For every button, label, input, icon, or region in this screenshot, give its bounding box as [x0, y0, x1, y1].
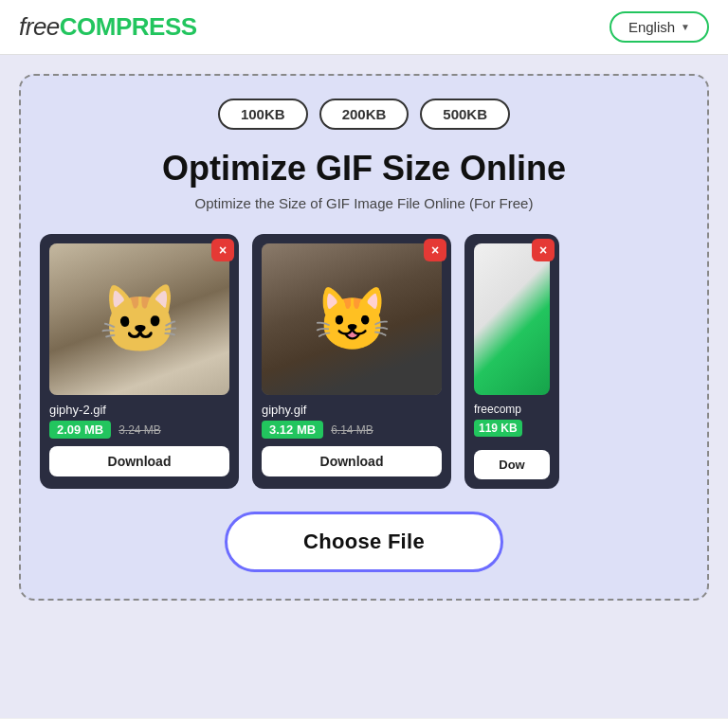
new-size-badge-3: 119 KB — [474, 420, 522, 437]
logo: freeCOMPRESS — [19, 12, 197, 42]
close-button-2[interactable]: × — [424, 239, 446, 261]
close-button-1[interactable]: × — [211, 239, 234, 261]
cat-image-2 — [262, 243, 442, 395]
old-size-2: 6.14 MB — [331, 423, 373, 437]
gif-preview-3 — [474, 243, 550, 395]
pill-200kb[interactable]: 200KB — [319, 99, 410, 130]
gif-card-3-partial: × freecomp 119 KB Dow — [464, 234, 559, 489]
pill-500kb[interactable]: 500KB — [420, 99, 510, 130]
filename-2: giphy.gif — [262, 403, 442, 417]
close-button-3[interactable]: × — [532, 239, 555, 261]
choose-file-section: Choose File — [40, 512, 688, 572]
download-button-2[interactable]: Download — [262, 446, 442, 476]
upload-area: 100KB 200KB 500KB Optimize GIF Size Onli… — [19, 74, 709, 601]
download-button-1[interactable]: Download — [49, 446, 229, 476]
page-title: Optimize GIF Size Online — [40, 149, 688, 188]
size-pills-row: 100KB 200KB 500KB — [40, 99, 688, 130]
file-sizes-1: 2.09 MB 3.24 MB — [49, 421, 229, 439]
language-selector[interactable]: English ▼ — [610, 11, 709, 43]
logo-free-text: free — [19, 12, 60, 41]
logo-compress-text: COMPRESS — [60, 12, 197, 41]
file-sizes-2: 3.12 MB 6.14 MB — [262, 421, 442, 439]
main-content: 100KB 200KB 500KB Optimize GIF Size Onli… — [0, 55, 728, 718]
gif-card-2: × giphy.gif 3.12 MB 6.14 MB Download — [252, 234, 451, 489]
choose-file-button[interactable]: Choose File — [225, 512, 503, 572]
gif-card-1: × giphy-2.gif 2.09 MB 3.24 MB Download — [40, 234, 239, 489]
header: freeCOMPRESS English ▼ — [0, 0, 728, 55]
download-button-3[interactable]: Dow — [474, 450, 550, 479]
gif-preview-1 — [49, 243, 229, 395]
gif-thumbnail-3 — [474, 243, 550, 395]
old-size-1: 3.24 MB — [118, 423, 161, 437]
chevron-down-icon: ▼ — [681, 22, 690, 32]
filename-1: giphy-2.gif — [49, 403, 229, 417]
new-size-badge-1: 2.09 MB — [49, 421, 111, 439]
language-label: English — [628, 19, 675, 35]
file-sizes-3: 119 KB — [474, 420, 550, 437]
filename-3: freecomp — [474, 403, 550, 416]
gif-preview-2 — [262, 243, 442, 395]
cat-image-1 — [49, 243, 229, 395]
pill-100kb[interactable]: 100KB — [218, 99, 308, 130]
cards-row: × giphy-2.gif 2.09 MB 3.24 MB Download × — [40, 234, 688, 489]
page-subtitle: Optimize the Size of GIF Image File Onli… — [40, 195, 688, 211]
new-size-badge-2: 3.12 MB — [262, 421, 323, 439]
